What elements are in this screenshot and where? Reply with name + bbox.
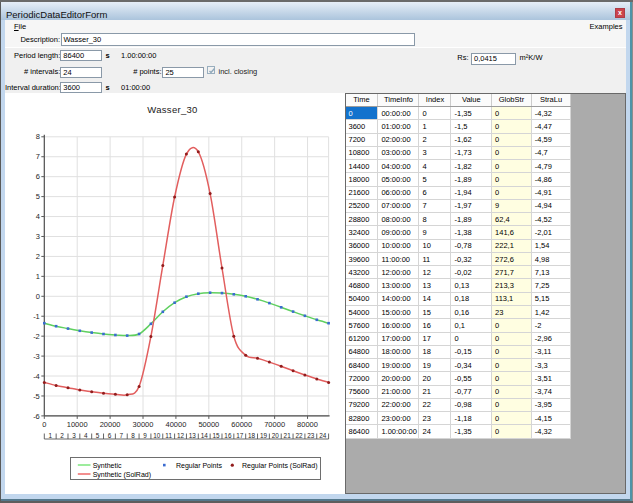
svg-text:60000: 60000 [231, 420, 252, 429]
svg-text:30000: 30000 [133, 420, 154, 429]
svg-text:-5: -5 [33, 392, 40, 401]
svg-text:40000: 40000 [165, 420, 186, 429]
svg-text:20: 20 [272, 432, 280, 439]
svg-text:0: 0 [36, 292, 40, 301]
svg-text:17: 17 [236, 432, 244, 439]
svg-text:50000: 50000 [198, 420, 219, 429]
svg-text:2: 2 [36, 252, 40, 261]
svg-text:14: 14 [201, 432, 209, 439]
svg-text:3: 3 [72, 432, 76, 439]
svg-text:5: 5 [36, 192, 40, 201]
svg-text:20000: 20000 [100, 420, 121, 429]
svg-text:13: 13 [189, 432, 197, 439]
svg-text:-2: -2 [33, 332, 40, 341]
svg-text:21: 21 [284, 432, 292, 439]
svg-text:8: 8 [36, 132, 40, 141]
svg-text:0: 0 [42, 420, 46, 429]
svg-text:24: 24 [319, 432, 327, 439]
svg-text:1: 1 [48, 432, 52, 439]
svg-text:9: 9 [143, 432, 147, 439]
svg-text:11: 11 [165, 432, 172, 439]
svg-text:6: 6 [108, 432, 112, 439]
svg-text:7: 7 [36, 152, 40, 161]
svg-text:70000: 70000 [264, 420, 285, 429]
svg-text:-3: -3 [33, 352, 40, 361]
svg-text:19: 19 [260, 432, 268, 439]
svg-text:5: 5 [96, 432, 100, 439]
svg-text:-4: -4 [33, 372, 40, 381]
svg-text:22: 22 [295, 432, 303, 439]
svg-text:3: 3 [36, 232, 40, 241]
svg-text:4: 4 [84, 432, 88, 439]
svg-text:10000: 10000 [67, 420, 88, 429]
svg-text:7: 7 [120, 432, 124, 439]
svg-text:4: 4 [36, 212, 40, 221]
svg-text:15: 15 [213, 432, 221, 439]
svg-text:-1: -1 [33, 312, 40, 321]
svg-text:1: 1 [36, 272, 40, 281]
svg-text:12: 12 [177, 432, 185, 439]
svg-text:16: 16 [224, 432, 232, 439]
svg-text:18: 18 [248, 432, 256, 439]
svg-text:23: 23 [307, 432, 315, 439]
svg-text:6: 6 [36, 172, 40, 181]
svg-text:-6: -6 [33, 412, 40, 421]
svg-text:8: 8 [131, 432, 135, 439]
svg-text:10: 10 [153, 432, 161, 439]
svg-text:2: 2 [60, 432, 64, 439]
svg-text:80000: 80000 [297, 420, 318, 429]
